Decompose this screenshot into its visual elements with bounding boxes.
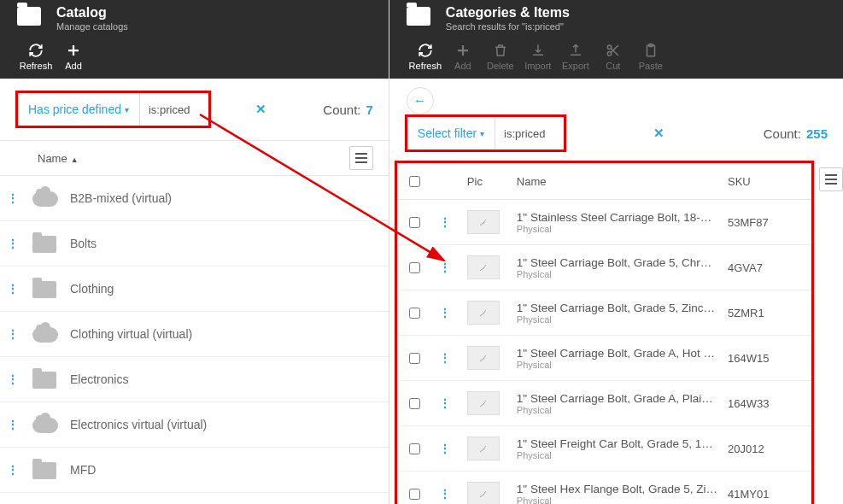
- select-filter-dropdown[interactable]: Select filter ▾: [407, 117, 495, 149]
- add-button[interactable]: Add: [55, 43, 92, 71]
- folder-icon: [32, 278, 60, 299]
- row-menu-icon[interactable]: ⋮: [3, 237, 20, 250]
- catalog-label: Bolts: [70, 237, 97, 250]
- right-header: Categories & Items Search results for "i…: [389, 0, 843, 79]
- item-sku: 164W33: [723, 397, 811, 410]
- catalog-label: Electronics: [70, 372, 128, 386]
- row-menu-icon[interactable]: ⋮: [436, 351, 454, 365]
- row-menu-icon[interactable]: ⋮: [3, 282, 20, 296]
- item-checkbox[interactable]: [409, 443, 420, 454]
- left-list-menu-button[interactable]: [349, 146, 373, 170]
- pic-column-header[interactable]: Pic: [462, 175, 512, 188]
- r-refresh-button[interactable]: Refresh: [407, 43, 444, 71]
- item-type: Physical: [517, 224, 717, 234]
- item-name: 1" Steel Carriage Bolt, Grade 5, Zinc…: [517, 302, 717, 314]
- caret-down-icon: ▾: [480, 129, 484, 138]
- item-sku: 5ZMR1: [723, 307, 811, 319]
- item-row[interactable]: ⋮⟋1" Steel Hex Flange Bolt, Grade 5, Zi……: [397, 472, 811, 504]
- r-add-button[interactable]: Add: [444, 43, 482, 71]
- sku-column-header[interactable]: SKU: [723, 175, 811, 188]
- import-icon: [530, 43, 546, 58]
- item-type: Physical: [517, 269, 717, 279]
- refresh-button[interactable]: Refresh: [17, 43, 55, 71]
- folder-icon: [32, 233, 60, 254]
- catalog-row[interactable]: ⋮B2B-mixed (virtual): [0, 176, 389, 221]
- catalog-row[interactable]: ⋮Electronics: [0, 357, 389, 402]
- clipboard-icon: [643, 43, 659, 58]
- cloud-icon: [32, 324, 60, 344]
- left-header: Catalog Manage catalogs Refresh Add: [0, 0, 389, 79]
- clear-filter-button[interactable]: ✕: [255, 102, 266, 117]
- row-menu-icon[interactable]: ⋮: [436, 487, 454, 501]
- row-menu-icon[interactable]: ⋮: [436, 306, 454, 319]
- r-export-button[interactable]: Export: [557, 43, 594, 71]
- item-name: 1" Steel Carriage Bolt, Grade 5, Chr…: [517, 256, 717, 269]
- item-row[interactable]: ⋮⟋1" Steel Carriage Bolt, Grade A, Plai……: [397, 381, 811, 426]
- catalog-row[interactable]: ⋮Clothing: [0, 267, 389, 312]
- item-name: 1" Steel Freight Car Bolt, Grade 5, 1…: [517, 437, 717, 450]
- plus-icon: [455, 43, 471, 58]
- item-name: 1" Steel Carriage Bolt, Grade A, Plai…: [517, 392, 717, 405]
- row-menu-icon[interactable]: ⋮: [3, 463, 20, 477]
- item-sku: 164W15: [723, 352, 811, 365]
- row-menu-icon[interactable]: ⋮: [3, 327, 20, 341]
- catalog-label: Clothing: [70, 282, 114, 296]
- catalog-folder-icon: [17, 7, 41, 26]
- item-row[interactable]: ⋮⟋1" Stainless Steel Carriage Bolt, 18-……: [397, 200, 811, 245]
- item-checkbox[interactable]: [409, 489, 420, 500]
- left-filter-highlight: Has price defined ▾: [15, 91, 211, 128]
- r-delete-button[interactable]: Delete: [482, 43, 519, 71]
- r-import-button[interactable]: Import: [519, 43, 557, 71]
- row-menu-icon[interactable]: ⋮: [3, 372, 20, 386]
- back-button[interactable]: ←: [407, 87, 434, 114]
- right-filter-input[interactable]: [495, 117, 564, 149]
- right-title: Categories & Items: [446, 5, 570, 21]
- price-defined-filter-dropdown[interactable]: Has price defined ▾: [18, 93, 140, 126]
- row-menu-icon[interactable]: ⋮: [3, 418, 20, 431]
- item-row[interactable]: ⋮⟋1" Steel Carriage Bolt, Grade 5, Zinc……: [397, 290, 811, 336]
- item-checkbox[interactable]: [409, 308, 420, 319]
- cloud-icon: [32, 414, 60, 435]
- item-type: Physical: [517, 450, 717, 460]
- item-name: 1" Steel Hex Flange Bolt, Grade 5, Zi…: [517, 483, 717, 495]
- row-menu-icon[interactable]: ⋮: [436, 442, 454, 455]
- right-filter-highlight: Select filter ▾: [405, 114, 566, 152]
- right-list-menu-button[interactable]: [819, 167, 843, 191]
- r-cut-button[interactable]: Cut: [594, 43, 632, 71]
- item-row[interactable]: ⋮⟋1" Steel Carriage Bolt, Grade A, Hot ……: [397, 336, 811, 381]
- catalog-row[interactable]: ⋮Electronics virtual (virtual): [0, 402, 389, 448]
- row-menu-icon[interactable]: ⋮: [3, 191, 20, 205]
- select-all-checkbox[interactable]: [409, 176, 420, 187]
- catalog-row[interactable]: ⋮Clothing virtual (virtual): [0, 312, 389, 357]
- name-column-header[interactable]: Name: [512, 175, 723, 188]
- item-row[interactable]: ⋮⟋1" Steel Carriage Bolt, Grade 5, Chr…P…: [397, 245, 811, 290]
- hamburger-icon: [825, 174, 837, 185]
- row-menu-icon[interactable]: ⋮: [436, 396, 454, 410]
- item-thumbnail: ⟋: [467, 437, 500, 460]
- item-checkbox[interactable]: [409, 353, 420, 364]
- item-checkbox[interactable]: [409, 262, 420, 273]
- catalog-label: Clothing virtual (virtual): [70, 327, 192, 341]
- catalog-label: B2B-mixed (virtual): [70, 191, 172, 205]
- r-clear-filter-button[interactable]: ✕: [653, 126, 664, 141]
- catalog-row[interactable]: ⋮Bolts: [0, 221, 389, 267]
- caret-down-icon: ▾: [125, 105, 129, 114]
- item-checkbox[interactable]: [409, 217, 420, 228]
- sort-asc-icon: ▲: [71, 155, 79, 164]
- r-paste-button[interactable]: Paste: [632, 43, 670, 71]
- catalog-row[interactable]: ⋮MFD: [0, 448, 389, 493]
- item-type: Physical: [517, 495, 717, 505]
- row-menu-icon[interactable]: ⋮: [436, 215, 454, 229]
- items-header: Pic Name SKU: [397, 163, 811, 200]
- row-menu-icon[interactable]: ⋮: [436, 261, 454, 274]
- name-column-header[interactable]: Name▲: [38, 152, 79, 165]
- item-checkbox[interactable]: [409, 398, 420, 409]
- item-sku: 41MY01: [723, 488, 811, 501]
- refresh-icon: [28, 43, 44, 58]
- item-type: Physical: [517, 405, 717, 415]
- left-filter-input[interactable]: [140, 93, 208, 126]
- left-list-header: Name▲: [0, 140, 389, 176]
- item-sku: 4GVA7: [723, 261, 811, 274]
- item-row[interactable]: ⋮⟋1" Steel Freight Car Bolt, Grade 5, 1……: [397, 426, 811, 472]
- folder-icon: [32, 369, 60, 390]
